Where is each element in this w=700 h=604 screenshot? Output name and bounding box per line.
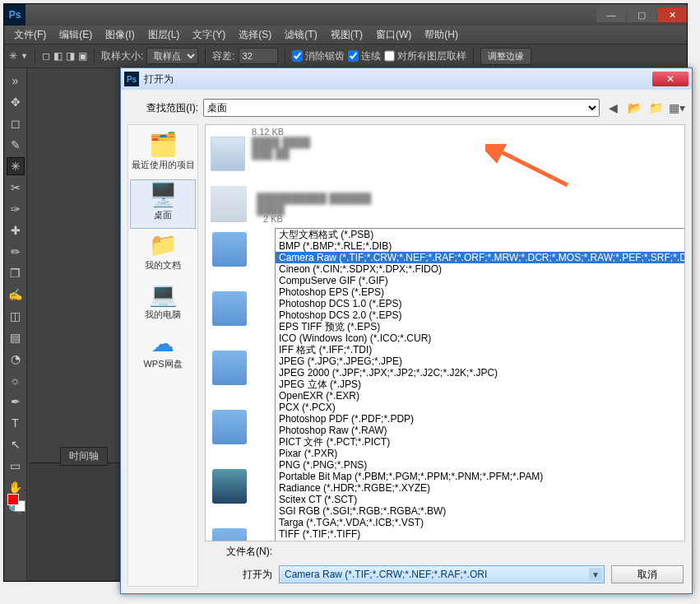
file-thumb[interactable] [211,137,245,171]
file-icon[interactable] [212,469,247,504]
menu-file[interactable]: 文件(F) [7,28,53,42]
format-option[interactable]: Radiance (*.HDR;*.RGBE;*.XYZE) [276,482,685,494]
adjust-edge-button[interactable]: 调整边缘 [480,48,531,65]
chevron-down-icon[interactable]: ▼ [21,52,28,60]
eyedropper-tool-icon[interactable]: ✑ [7,200,25,218]
format-option[interactable]: 大型文档格式 (*.PSB) [276,229,685,240]
healing-tool-icon[interactable]: ✚ [7,221,25,239]
magic-wand-icon[interactable]: ✳ [9,50,17,62]
format-option[interactable]: IFF 格式 (*.IFF;*.TDI) [276,344,685,355]
type-tool-icon[interactable]: T [7,414,25,432]
format-option[interactable]: Camera Raw (*.TIF;*.CRW;*.NEF;*.RAF;*.OR… [276,252,685,263]
format-option[interactable]: JPEG 立体 (*.JPS) [276,379,685,390]
new-folder-icon[interactable]: 📁 [647,100,664,116]
contiguous-checkbox[interactable]: 连续 [348,48,381,64]
minimize-button[interactable]: — [596,7,626,22]
chevron-down-icon[interactable]: ▼ [589,568,602,581]
menu-view[interactable]: 视图(T) [324,28,369,42]
format-option[interactable]: BMP (*.BMP;*.RLE;*.DIB) [276,240,685,252]
format-option[interactable]: Photoshop EPS (*.EPS) [276,286,685,298]
file-icon[interactable] [212,232,247,267]
format-option[interactable]: Targa (*.TGA;*.VDA;*.ICB;*.VST) [276,517,685,528]
format-option[interactable]: ICO (Windows Icon) (*.ICO;*.CUR) [276,332,685,344]
selection-mode-add-icon[interactable]: ◧ [53,50,63,62]
format-option[interactable]: PNG (*.PNG;*.PNS) [276,459,685,471]
format-option[interactable]: Scitex CT (*.SCT) [276,494,685,505]
cancel-button[interactable]: 取消 [611,565,684,583]
dialog-close-button[interactable]: ✕ [652,72,688,86]
sidebar-desktop[interactable]: 🖥️桌面 [130,179,196,229]
format-option[interactable]: Photoshop PDF (*.PDF;*.PDP) [276,413,685,425]
shape-tool-icon[interactable]: ▭ [7,457,25,475]
brush-tool-icon[interactable]: ✏ [7,243,25,261]
file-icon[interactable] [212,410,247,444]
format-option[interactable]: OpenEXR (*.EXR) [276,390,685,402]
file-icon[interactable] [212,351,247,385]
format-option[interactable]: Pixar (*.PXR) [276,448,685,459]
back-icon[interactable]: ◀ [605,100,621,116]
openas-combo[interactable]: Camera Raw (*.TIF;*.CRW;*.NEF;*.RAF;*.OR… [279,565,605,583]
lasso-tool-icon[interactable]: ✎ [7,136,25,154]
file-icon[interactable] [212,528,247,541]
sidebar-mycomputer[interactable]: 💻我的电脑 [130,280,196,328]
format-option[interactable]: Photoshop DCS 1.0 (*.EPS) [276,298,685,309]
history-brush-icon[interactable]: ✍ [7,286,25,304]
menu-edit[interactable]: 编辑(E) [53,28,99,42]
format-option[interactable]: PICT 文件 (*.PCT;*.PICT) [276,436,685,448]
format-option[interactable]: JPEG 2000 (*.JPF;*.JPX;*.JP2;*.J2C;*.J2K… [276,367,685,379]
format-option[interactable]: SGI RGB (*.SGI;*.RGB;*.RGBA;*.BW) [276,505,685,517]
sidebar-wps[interactable]: ☁WPS网盘 [130,329,196,377]
close-button[interactable]: ✕ [657,7,687,22]
move-tool-icon[interactable]: ✥ [7,93,25,111]
format-option[interactable]: JPEG (*.JPG;*.JPEG;*.JPE) [276,355,685,367]
timeline-tab[interactable]: 时间轴 [60,447,108,466]
format-option[interactable]: 多图片格式 (*.MPO) [276,540,685,541]
all-layers-checkbox[interactable]: 对所有图层取样 [384,48,466,64]
dodge-tool-icon[interactable]: ☼ [7,371,25,389]
format-option[interactable]: Photoshop Raw (*.RAW) [276,425,685,436]
menu-filter[interactable]: 滤镜(T) [278,28,323,42]
pen-tool-icon[interactable]: ✒ [7,393,25,411]
up-folder-icon[interactable]: 📂 [626,100,642,116]
format-option[interactable]: Cineon (*.CIN;*.SDPX;*.DPX;*.FIDO) [276,263,685,275]
menu-select[interactable]: 选择(S) [232,28,278,42]
foreground-background-colors[interactable] [7,494,25,512]
sidebar-recent[interactable]: 🗂️最近使用的项目 [130,130,196,178]
foreground-color-swatch[interactable] [7,494,19,505]
file-thumb[interactable] [211,186,247,222]
menu-layer[interactable]: 图层(L) [141,28,187,42]
selection-mode-intersect-icon[interactable]: ▣ [78,50,87,62]
view-menu-icon[interactable]: ▦▾ [669,100,685,116]
format-option[interactable]: Photoshop DCS 2.0 (*.EPS) [276,309,685,321]
gradient-tool-icon[interactable]: ▤ [7,328,25,346]
selection-mode-new-icon[interactable]: ◻ [42,50,50,62]
crop-tool-icon[interactable]: ✂ [7,179,25,197]
format-option[interactable]: PCX (*.PCX) [276,402,685,413]
menu-window[interactable]: 窗口(W) [369,28,418,42]
look-in-select[interactable]: 桌面 [203,99,600,117]
marquee-tool-icon[interactable]: ◻ [7,114,25,132]
format-option[interactable]: CompuServe GIF (*.GIF) [276,275,685,286]
tolerance-input[interactable] [239,48,278,64]
chevrons-icon[interactable]: » [7,72,25,90]
magic-wand-tool-icon[interactable]: ✳ [7,157,25,175]
antialias-checkbox[interactable]: 消除锯齿 [292,48,345,64]
ps-titlebar[interactable]: Ps — ▢ ✕ [4,4,687,26]
file-icon[interactable] [212,291,247,326]
menu-image[interactable]: 图像(I) [99,28,141,42]
menu-type[interactable]: 文字(Y) [186,28,232,42]
format-option[interactable]: TIFF (*.TIF;*.TIFF) [276,528,685,540]
maximize-button[interactable]: ▢ [627,7,656,22]
selection-mode-subtract-icon[interactable]: ◨ [66,50,75,62]
sample-size-select[interactable]: 取样点 [146,48,198,64]
file-list[interactable]: 8.12 KB ████ ███████ ██ ██████████ █████… [205,124,685,541]
format-option[interactable]: EPS TIFF 预览 (*.EPS) [276,321,685,332]
stamp-tool-icon[interactable]: ❐ [7,264,25,282]
menu-help[interactable]: 帮助(H) [418,28,465,42]
blur-tool-icon[interactable]: ◔ [7,350,25,368]
format-dropdown-list[interactable]: 大型文档格式 (*.PSB)BMP (*.BMP;*.RLE;*.DIB)Cam… [275,228,685,541]
eraser-tool-icon[interactable]: ◫ [7,307,25,325]
dialog-titlebar[interactable]: Ps 打开为 ✕ [121,68,692,90]
path-select-icon[interactable]: ↖ [7,435,25,453]
sidebar-mydocs[interactable]: 📁我的文档 [130,230,196,278]
